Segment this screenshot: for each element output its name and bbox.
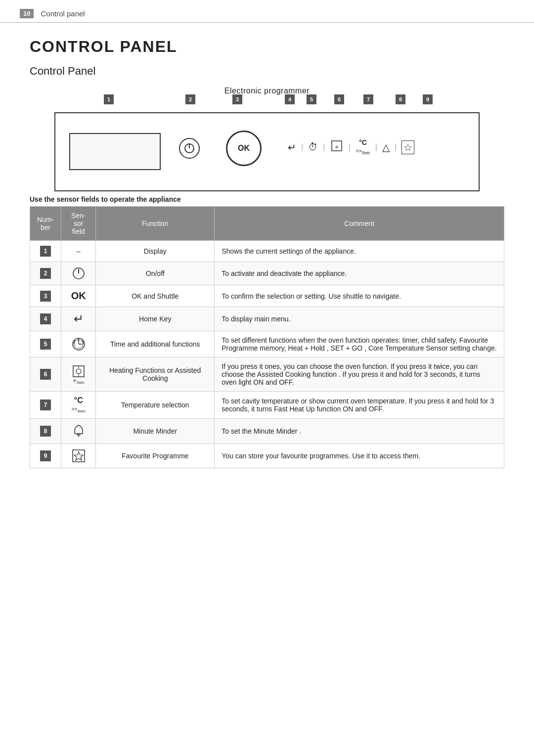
table-cell-num-2: 2 [30, 262, 61, 285]
panel-box: OK ↵ | ⏱ | ✳ [54, 112, 480, 191]
table-row: 8Minute MinderTo set the Minute Minder . [30, 419, 504, 444]
table-cell-comment-4: To display main menu. [215, 307, 504, 331]
table-cell-num-4: 4 [30, 307, 61, 331]
table-cell-num-8: 8 [30, 419, 61, 444]
diag-badge-4: 4 [285, 94, 295, 104]
sensor-icon-3: OK [68, 290, 89, 302]
col-header-number: Num-ber [30, 207, 61, 241]
table-cell-function-8: Minute Minder [96, 419, 215, 444]
sep4: | [375, 143, 377, 152]
table-cell-function-6: Heating Functions or Assisted Cooking [96, 357, 215, 392]
table-cell-function-4: Home Key [96, 307, 215, 331]
diagram-area: Electronic programmer 1 2 3 4 5 6 7 8 [30, 87, 504, 183]
diag-badge-7: 7 [363, 94, 373, 104]
table-cell-sensor-6: ✳3sec [61, 357, 96, 392]
table-cell-comment-9: You can store your favourite programmes.… [215, 444, 504, 468]
table-row: 3OKOK and ShuttleTo confirm the selectio… [30, 285, 504, 307]
table-cell-function-9: Favourite Programme [96, 444, 215, 468]
table-cell-sensor-9 [61, 444, 96, 468]
time-functions-icon: ⏱ [308, 141, 318, 153]
sensor-icon-5 [68, 337, 89, 352]
sep2: | [323, 143, 325, 152]
table-cell-comment-5: To set different functions when the oven… [215, 331, 504, 357]
table-row: 2On/offTo activate and deactivate the ap… [30, 262, 504, 285]
diag-badge-5: 5 [307, 94, 316, 104]
table-cell-num-7: 7 [30, 392, 61, 419]
col-header-comment: Comment [215, 207, 504, 241]
sensor-icon-9 [68, 449, 89, 463]
ok-label: OK [238, 144, 250, 153]
table-cell-comment-6: If you press it ones, you can choose the… [215, 357, 504, 392]
sep5: | [395, 143, 397, 152]
temperature-icon: °C>>3sec [356, 139, 370, 155]
sep3: | [349, 143, 351, 152]
table-cell-comment-8: To set the Minute Minder . [215, 419, 504, 444]
diag-badge-3: 3 [232, 94, 242, 104]
svg-point-15 [78, 435, 79, 437]
page-number: 10 [20, 9, 34, 18]
page-header: 10 Control panel [0, 0, 534, 23]
table-cell-function-5: Time and additional functions [96, 331, 215, 357]
col-header-sensor: Sen-sorfield [61, 207, 96, 241]
function-table: Num-ber Sen-sorfield Function Comment 1–… [30, 206, 504, 468]
table-cell-function-2: On/off [96, 262, 215, 285]
table-cell-sensor-3: OK [61, 285, 96, 307]
sub-title: Control Panel [30, 65, 504, 78]
diag-badge-1: 1 [104, 94, 114, 104]
sensor-icon-8 [68, 424, 89, 439]
sensor-instruction: Use the sensor fields to operate the app… [30, 195, 504, 203]
table-cell-comment-1: Shows the current settings of the applia… [215, 241, 504, 262]
table-row: 5Time and additional functionsTo set dif… [30, 331, 504, 357]
sensor-icon-7: °C>>3sec [68, 397, 89, 413]
table-cell-num-6: 6 [30, 357, 61, 392]
row-badge-5: 5 [40, 339, 51, 350]
row-badge-9: 9 [40, 450, 51, 461]
table-row: 4↵Home KeyTo display main menu. [30, 307, 504, 331]
panel-diagram-container: 1 2 3 4 5 6 7 8 9 [54, 99, 480, 183]
table-cell-sensor-8 [61, 419, 96, 444]
row-badge-3: 3 [40, 291, 51, 302]
table-cell-comment-2: To activate and deactivate the appliance… [215, 262, 504, 285]
heating-functions-icon: ✳ [330, 139, 344, 155]
favourite-programme-icon: ☆ [401, 140, 414, 154]
table-cell-num-3: 3 [30, 285, 61, 307]
row-badge-7: 7 [40, 400, 51, 410]
main-title: CONTROL PANEL [30, 38, 504, 56]
sensor-icon-6: ✳3sec [68, 364, 89, 385]
table-cell-sensor-2 [61, 262, 96, 285]
svg-text:✳: ✳ [335, 144, 339, 150]
sep1: | [301, 143, 303, 152]
diag-badge-6: 6 [334, 94, 344, 104]
main-content: CONTROL PANEL Control Panel Electronic p… [0, 23, 534, 488]
table-cell-sensor-7: °C>>3sec [61, 392, 96, 419]
row-badge-4: 4 [40, 313, 51, 324]
table-row: 7°C>>3secTemperature selectionTo set cav… [30, 392, 504, 419]
sensor-icon-1: – [68, 247, 89, 255]
row-badge-8: 8 [40, 426, 51, 437]
ok-shuttle-icon: OK [226, 131, 262, 166]
table-cell-comment-7: To set cavity temperature or show curren… [215, 392, 504, 419]
table-row: 6✳3secHeating Functions or Assisted Cook… [30, 357, 504, 392]
table-cell-comment-3: To confirm the selection or setting. Use… [215, 285, 504, 307]
table-row: 1–DisplayShows the current settings of t… [30, 241, 504, 262]
icons-row: ↵ | ⏱ | ✳ | °C>>3sec [288, 139, 414, 155]
col-header-function: Function [96, 207, 215, 241]
power-button-icon [179, 138, 200, 159]
table-cell-function-1: Display [96, 241, 215, 262]
table-row: 9Favourite ProgrammeYou can store your f… [30, 444, 504, 468]
home-key-icon: ↵ [288, 141, 296, 153]
table-cell-sensor-1: – [61, 241, 96, 262]
minute-minder-icon: △ [382, 141, 390, 153]
table-cell-sensor-4: ↵ [61, 307, 96, 331]
row-badge-1: 1 [40, 246, 51, 257]
diag-badge-9: 9 [423, 94, 433, 104]
svg-marker-17 [74, 452, 83, 460]
diag-badge-2: 2 [185, 94, 195, 104]
table-cell-num-5: 5 [30, 331, 61, 357]
display-box [69, 133, 161, 170]
table-cell-sensor-5 [61, 331, 96, 357]
header-title: Control panel [41, 9, 85, 18]
table-cell-function-3: OK and Shuttle [96, 285, 215, 307]
diag-badge-8: 8 [396, 94, 405, 104]
row-badge-2: 2 [40, 268, 51, 279]
